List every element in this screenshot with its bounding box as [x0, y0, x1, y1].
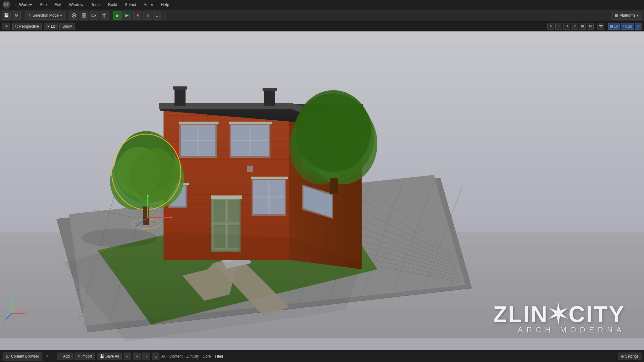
- toolbar-separator-1: [23, 12, 23, 19]
- content-browser-label: Content Browser: [11, 354, 39, 359]
- breadcrumb-sep-2: ›: [184, 354, 185, 359]
- cursor-tool-btn[interactable]: ↖: [547, 23, 554, 30]
- platforms-label: Platforms: [619, 13, 636, 18]
- svg-rect-4: [84, 14, 86, 15]
- breadcrumb-core[interactable]: Core: [203, 354, 211, 359]
- svg-point-147: [130, 148, 178, 202]
- camera-btn[interactable]: [90, 11, 98, 20]
- show-btn[interactable]: Show: [59, 23, 75, 30]
- menu-help[interactable]: Help: [159, 2, 171, 8]
- breadcrumb-zlincity[interactable]: ZlinCity: [186, 354, 199, 359]
- content-browser-tab[interactable]: 🗂 Content Browser: [3, 352, 42, 361]
- settings-btn[interactable]: ⚙ Settings: [618, 353, 641, 360]
- play-btn[interactable]: ▶: [113, 11, 122, 20]
- toolbar-separator-2: [67, 12, 67, 19]
- grid-size-btn[interactable]: ▦ 10: [608, 23, 619, 30]
- svg-marker-8: [95, 14, 96, 16]
- save-icon-btn[interactable]: 💾: [2, 11, 11, 20]
- menu-window[interactable]: Window: [67, 2, 85, 8]
- viewport-type-icon: ⬡: [15, 24, 18, 29]
- save-all-label: Save All: [105, 354, 119, 359]
- bottombar: 🗂 Content Browser × + Add ⬇ Import 💾 Sav…: [0, 350, 644, 362]
- show-label: Show: [62, 24, 72, 29]
- nav-forward-btn[interactable]: →: [133, 353, 141, 360]
- stop-btn[interactable]: ■: [133, 11, 142, 20]
- add-label: Add: [63, 354, 69, 359]
- snap-btn[interactable]: [80, 11, 88, 20]
- perspective-label: Perspective: [19, 24, 39, 29]
- content-browser-close-btn[interactable]: ×: [44, 354, 49, 359]
- settings-label: Settings: [625, 354, 639, 359]
- titlebar: UE L_World+ File Edit Window Tools Build…: [0, 0, 644, 9]
- snap-surface-btn[interactable]: ⊡: [587, 23, 594, 30]
- viewport-hamburger-btn[interactable]: ≡: [3, 23, 10, 30]
- settings-icon: ⚙: [621, 354, 624, 359]
- toolbar-separator-3: [111, 12, 111, 19]
- hamburger-icon: ≡: [5, 24, 8, 29]
- grid-value: 10: [614, 25, 618, 28]
- svg-rect-7: [92, 14, 95, 17]
- svg-rect-119: [229, 122, 272, 124]
- import-btn[interactable]: ⬇ Import: [75, 353, 95, 360]
- more-play-btn[interactable]: …: [153, 11, 162, 20]
- svg-point-159: [296, 90, 371, 172]
- svg-rect-133: [211, 195, 242, 199]
- svg-rect-109: [173, 86, 187, 90]
- toolbar: 💾 ⚙ ↖ Selection Mode ▾ ▶ ▶| ■ ⏸ … 🖥 Plat…: [0, 9, 644, 21]
- selection-mode-chevron: ▾: [60, 13, 62, 18]
- pause-btn[interactable]: ⏸: [143, 11, 152, 20]
- save-all-btn[interactable]: 💾 Save All: [97, 353, 122, 360]
- breadcrumb-sep-4: ›: [212, 354, 214, 359]
- transform-tool-btn[interactable]: ⊞: [579, 23, 586, 30]
- breadcrumb-all[interactable]: All: [161, 354, 165, 359]
- import-icon: ⬇: [77, 354, 80, 359]
- content-browser-icon: 🗂: [6, 354, 10, 359]
- svg-rect-3: [82, 14, 84, 15]
- svg-rect-108: [175, 87, 186, 106]
- platforms-btn[interactable]: 🖥 Platforms ▾: [611, 11, 642, 20]
- cursor-icon: ↖: [28, 13, 31, 18]
- nav-back-btn[interactable]: ←: [124, 353, 131, 360]
- nav-up-btn[interactable]: ↑: [142, 353, 150, 360]
- save-all-icon: 💾: [100, 354, 104, 359]
- svg-rect-135: [228, 200, 239, 222]
- svg-rect-5: [82, 16, 84, 17]
- selection-mode-label: Selection Mode: [33, 13, 59, 18]
- breadcrumb-tiles[interactable]: Tiles: [215, 354, 223, 359]
- snap-value: 0.25: [625, 25, 632, 28]
- breadcrumb-content[interactable]: Content: [169, 354, 182, 359]
- translate-tool-btn[interactable]: ✛: [555, 23, 562, 30]
- svg-text:Z: Z: [2, 320, 4, 324]
- add-btn[interactable]: + Add: [57, 353, 72, 360]
- screen-btn[interactable]: ⊞: [635, 23, 641, 30]
- lit-btn[interactable]: ☀ Lit: [44, 23, 58, 30]
- svg-rect-125: [251, 177, 288, 179]
- settings-icon-btn[interactable]: ⚙: [12, 11, 21, 20]
- menu-actor[interactable]: Actor: [142, 2, 155, 8]
- svg-rect-6: [84, 16, 86, 17]
- world-name: L_World+: [14, 2, 32, 7]
- platforms-chevron: ▾: [637, 13, 639, 18]
- scale-tool-btn[interactable]: ⤢: [571, 23, 578, 30]
- menu-tools[interactable]: Tools: [89, 2, 102, 8]
- bottombar-right: ⚙ Settings: [618, 353, 641, 360]
- menu-edit[interactable]: Edit: [53, 2, 63, 8]
- menu-file[interactable]: File: [38, 2, 49, 8]
- viewport-3d[interactable]: X Y Z ZLIN✶CITY ARCH MODERNA: [0, 31, 644, 350]
- rotate-tool-btn[interactable]: ↺: [563, 23, 570, 30]
- snap-icon: ⋄: [623, 24, 625, 28]
- menu-select[interactable]: Select: [123, 2, 138, 8]
- viewport-topbar: ≡ ⬡ Perspective ☀ Lit Show ↖ ✛ ↺ ⤢ ⊞ ⊡ 📷…: [0, 21, 644, 31]
- selection-mode-btn[interactable]: ↖ Selection Mode ▾: [25, 11, 65, 20]
- add-actor-btn[interactable]: [69, 11, 78, 20]
- grid-btn[interactable]: [100, 11, 108, 20]
- perspective-btn[interactable]: ⬡ Perspective: [12, 23, 42, 30]
- menu-build[interactable]: Build: [106, 2, 119, 8]
- step-btn[interactable]: ▶|: [123, 11, 132, 20]
- toolbar-separator-4: [164, 12, 165, 19]
- snap-value-btn[interactable]: ⋄ 0.25: [621, 23, 634, 30]
- svg-text:Y: Y: [9, 296, 12, 300]
- nav-home-btn[interactable]: ⌂: [152, 353, 159, 360]
- camera-speed-icon[interactable]: 📷: [597, 23, 604, 30]
- svg-rect-149: [143, 206, 149, 225]
